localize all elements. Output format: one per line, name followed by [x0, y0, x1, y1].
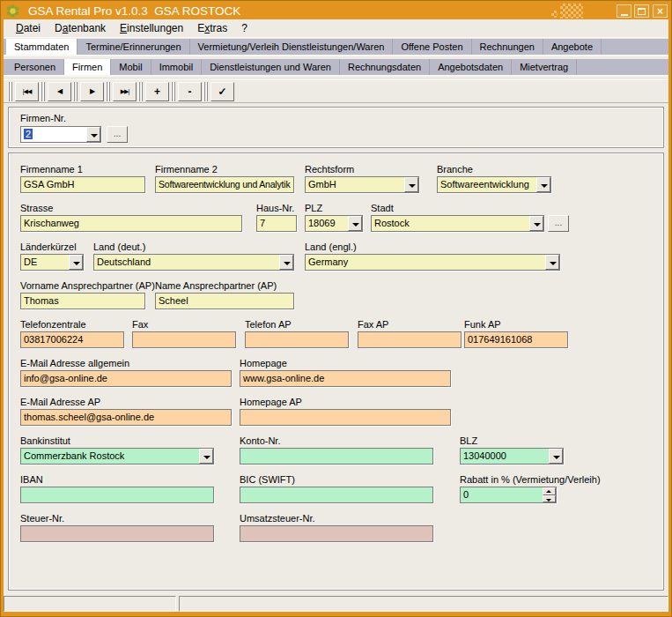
- tab-angebote[interactable]: Angebote: [543, 39, 602, 55]
- tab-firmen[interactable]: Firmen: [64, 59, 111, 75]
- land-deut-select[interactable]: Deutschland: [93, 254, 294, 271]
- blz-value: 13040000: [461, 449, 549, 464]
- tab-rechnungen[interactable]: Rechnungen: [472, 39, 543, 55]
- tab-personen[interactable]: Personen: [6, 59, 64, 75]
- email-allgemein-input[interactable]: info@gsa-online.de: [20, 370, 232, 387]
- chevron-down-icon[interactable]: [348, 216, 362, 231]
- fax-input[interactable]: [132, 331, 236, 348]
- last-record-button[interactable]: ▶▶|: [113, 82, 137, 101]
- firmenname1-input[interactable]: GSA GmbH: [20, 176, 145, 193]
- tab-mobil[interactable]: Mobil: [111, 59, 151, 75]
- chevron-down-icon[interactable]: [536, 177, 550, 192]
- fax-ap-input[interactable]: [358, 331, 462, 348]
- branche-select[interactable]: Softwareentwicklung: [437, 176, 551, 193]
- blz-select[interactable]: 13040000: [460, 448, 564, 465]
- chevron-down-icon[interactable]: [549, 449, 563, 464]
- email-ap-input[interactable]: thomas.scheel@gsa-online.de: [20, 409, 232, 426]
- homepage-ap-input[interactable]: [240, 409, 451, 426]
- toolbar-grip[interactable]: [41, 82, 45, 101]
- laenderkuerzel-select[interactable]: DE: [20, 254, 84, 271]
- chevron-down-icon[interactable]: [545, 255, 559, 270]
- funk-ap-input[interactable]: 017649161068: [464, 331, 568, 348]
- firmenname1-label: Firmenname 1: [20, 164, 83, 175]
- chevron-down-icon[interactable]: [529, 216, 543, 231]
- stadt-browse-button[interactable]: ...: [548, 215, 569, 232]
- tab-rechnungsdaten[interactable]: Rechnungsdaten: [340, 59, 430, 75]
- spinner-buttons: [543, 487, 556, 502]
- status-panel-left: [4, 596, 176, 612]
- chevron-down-icon[interactable]: [404, 177, 418, 192]
- strasse-value: Krischanweg: [21, 216, 241, 231]
- bankinstitut-select[interactable]: Commerzbank Rostock: [20, 448, 214, 465]
- tab-offene-posten[interactable]: Offene Posten: [393, 39, 471, 55]
- close-button[interactable]: ×: [653, 4, 668, 18]
- tab-angebotsdaten[interactable]: Angebotsdaten: [430, 59, 512, 75]
- chevron-down-icon[interactable]: [86, 127, 100, 142]
- plz-select[interactable]: 18069: [305, 215, 363, 232]
- maximize-button[interactable]: [634, 4, 649, 18]
- rechtsform-select[interactable]: GmbH: [305, 176, 419, 193]
- first-record-icon: |◀◀: [23, 88, 32, 95]
- spin-down-button[interactable]: [543, 495, 556, 503]
- stadt-label: Stadt: [371, 203, 394, 213]
- iban-input[interactable]: [20, 487, 214, 503]
- tab-termine-erinnerungen[interactable]: Termine/Erinnerungen: [78, 39, 189, 55]
- titlebar[interactable]: GSA Rental Pro v1.0.3 GSA ROSTOCK ×: [4, 3, 668, 19]
- menu-item-extras[interactable]: Extras: [190, 19, 234, 37]
- vorname-ap-input[interactable]: Thomas: [20, 293, 145, 309]
- previous-record-button[interactable]: ◀: [48, 82, 71, 101]
- toolbar-grip[interactable]: [203, 82, 208, 101]
- toolbar-grip[interactable]: [8, 82, 12, 101]
- tab-dienstleistungen-waren[interactable]: Dienstleistungen und Waren: [202, 59, 340, 75]
- chevron-down-icon[interactable]: [279, 255, 293, 270]
- land-engl-select[interactable]: Germany: [305, 254, 560, 271]
- record-navigation-toolbar: |◀◀ ◀ ▶ ▶▶| + - ✓: [4, 79, 668, 103]
- umsatzsteuer-nr-input[interactable]: [240, 525, 433, 542]
- rabatt-spinner[interactable]: 0: [460, 487, 557, 503]
- add-record-button[interactable]: +: [145, 82, 169, 101]
- chevron-down-icon[interactable]: [69, 255, 83, 270]
- toolbar-grip[interactable]: [73, 82, 78, 101]
- menu-item-help[interactable]: ?: [234, 19, 255, 37]
- selected-text: 2: [24, 129, 33, 139]
- confirm-record-button[interactable]: ✓: [210, 82, 234, 101]
- menu-item-datei[interactable]: Datei: [9, 19, 48, 37]
- next-record-button[interactable]: ▶: [80, 82, 104, 101]
- homepage-ap-label: Homepage AP: [240, 397, 302, 407]
- telefon-ap-input[interactable]: [245, 331, 349, 348]
- delete-record-button[interactable]: -: [178, 82, 202, 101]
- strasse-input[interactable]: Krischanweg: [20, 215, 242, 232]
- tab-mietvertrag[interactable]: Mietvertrag: [512, 59, 577, 75]
- bankinstitut-label: Bankinstitut: [20, 435, 70, 446]
- window-title: GSA Rental Pro v1.0.3 GSA ROSTOCK: [28, 3, 240, 19]
- spin-up-button[interactable]: [543, 487, 556, 495]
- label-part: D: [16, 22, 24, 34]
- tab-stammdaten[interactable]: Stammdaten: [6, 39, 78, 55]
- menu-item-datenbank[interactable]: Datenbank: [48, 19, 113, 37]
- hausnr-input[interactable]: 7: [256, 215, 297, 232]
- firmenname2-input[interactable]: Softwareentwicklung und Analytik: [155, 176, 294, 193]
- funk-ap-label: Funk AP: [464, 319, 501, 330]
- steuer-nr-input[interactable]: [20, 525, 214, 542]
- firmen-nr-browse-button[interactable]: ...: [107, 126, 128, 143]
- first-record-button[interactable]: |◀◀: [15, 82, 39, 101]
- name-ap-input[interactable]: Scheel: [155, 293, 294, 309]
- menu-item-einstellungen[interactable]: Einstellungen: [113, 19, 190, 37]
- label-part: E: [197, 22, 204, 34]
- bankinstitut-value: Commerzbank Rostock: [21, 449, 199, 464]
- minimize-button[interactable]: [617, 4, 631, 18]
- telefonzentrale-input[interactable]: 03817006224: [20, 331, 124, 348]
- tab-immobil[interactable]: Immobil: [151, 59, 203, 75]
- konto-nr-input[interactable]: [240, 448, 433, 465]
- toolbar-grip[interactable]: [138, 82, 143, 101]
- homepage-input[interactable]: www.gsa-online.de: [240, 370, 451, 387]
- toolbar-grip[interactable]: [106, 82, 110, 101]
- chevron-down-icon[interactable]: [199, 449, 213, 464]
- tab-vermietung-verleih[interactable]: Vermietung/Verleih Dienstleistungen/Ware…: [190, 39, 394, 55]
- stadt-select[interactable]: Rostock: [371, 215, 544, 232]
- bic-input[interactable]: [240, 487, 433, 503]
- toolbar-grip[interactable]: [171, 82, 175, 101]
- name-ap-value: Scheel: [156, 294, 293, 308]
- application-window: GSA Rental Pro v1.0.3 GSA ROSTOCK × Date…: [0, 0, 672, 617]
- firmen-nr-select[interactable]: 2: [20, 126, 101, 143]
